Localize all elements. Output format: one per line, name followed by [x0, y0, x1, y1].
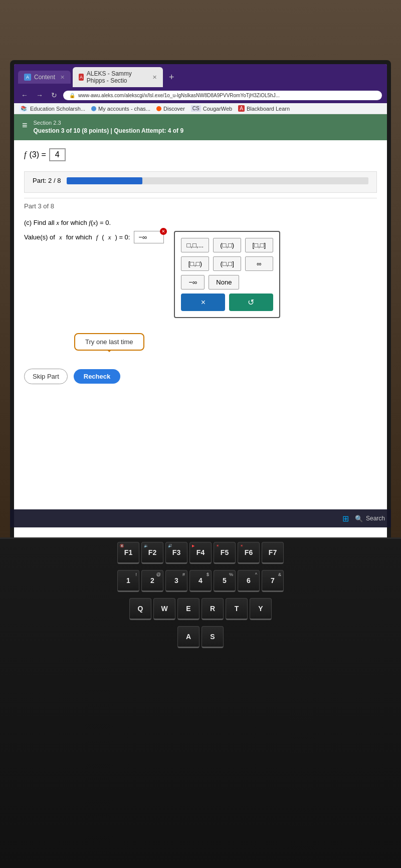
key-e[interactable]: E — [177, 598, 199, 620]
part-c-label: (c) Find all — [24, 219, 56, 226]
url-text: www-awu.aleks.com/alekscgi/x/lsl.exe/1o_… — [78, 93, 280, 98]
key-1[interactable]: ! 1 — [117, 570, 139, 592]
progress-section: Part: 2 / 8 — [24, 171, 377, 193]
interval-grid: □,□,... (□,□) [□,□] [□,□) (□,□] ∞ — [181, 238, 273, 271]
clear-button[interactable]: × — [181, 294, 225, 311]
try-again-tooltip: Try one last time — [74, 333, 144, 351]
tab-content[interactable]: A Content ✕ — [18, 71, 71, 84]
key-2[interactable]: @ 2 — [141, 570, 163, 592]
bookmark-blackboard-icon: A — [238, 105, 245, 112]
bookmark-discover-icon — [156, 106, 161, 111]
search-icon: 🔍 — [355, 515, 363, 522]
bookmark-accounts[interactable]: My accounts - chas... — [91, 106, 150, 112]
key-3-shift: # — [182, 572, 185, 577]
hamburger-menu-icon[interactable]: ≡ — [22, 119, 28, 131]
key-f4[interactable]: ▶ F4 — [189, 542, 212, 564]
bookmark-cougarweb[interactable]: CS CougarWeb — [191, 105, 232, 112]
tab-content-close[interactable]: ✕ — [60, 74, 65, 81]
back-button[interactable]: ← — [19, 90, 30, 100]
progress-label: Part: 2 / 8 — [33, 177, 61, 184]
error-badge: ✕ — [160, 228, 167, 235]
key-5[interactable]: % 5 — [214, 570, 236, 592]
key-f5-fn: ☀ — [216, 544, 219, 548]
part-c-eq2: ) = 0. — [96, 219, 111, 226]
key-1-shift: ! — [135, 572, 137, 577]
undo-button[interactable]: ↺ — [229, 294, 273, 311]
keyboard-area: 🔇 F1 🔉 F2 🔊 F3 ▶ F4 ☀ F5 ☀ F6 F7 ! — [0, 537, 401, 868]
key-y[interactable]: Y — [250, 598, 272, 620]
key-f3[interactable]: 🔊 F3 — [165, 542, 187, 564]
refresh-button[interactable]: ↻ — [49, 90, 59, 100]
key-7[interactable]: & 7 — [262, 570, 284, 592]
key-f6[interactable]: ☀ F6 — [238, 542, 260, 564]
value-x: x — [59, 233, 62, 241]
key-f4-fn: ▶ — [192, 544, 194, 548]
key-r[interactable]: R — [202, 598, 224, 620]
tab-aleks[interactable]: A ALEKS - Sammy Phipps - Sectio ✕ — [73, 67, 163, 87]
key-w[interactable]: W — [153, 598, 175, 620]
section-label: Section 2.3 — [34, 119, 184, 127]
main-content-area: f(3) = 4 Part: 2 / 8 Part 3 of 8 — [14, 140, 387, 359]
aleks-header: ≡ Section 2.3 Question 3 of 10 (8 points… — [14, 114, 387, 140]
bookmark-education-label: Education Scholarsh... — [30, 106, 85, 112]
recheck-button[interactable]: Recheck — [74, 369, 120, 384]
value-input[interactable]: −∞ — [134, 231, 164, 243]
key-4[interactable]: $ 4 — [189, 570, 212, 592]
keyboard-row-numbers: ! 1 @ 2 # 3 $ 4 % 5 ^ 6 & 7 — [0, 567, 401, 595]
key-f2[interactable]: 🔉 F2 — [141, 542, 163, 564]
key-6[interactable]: ^ 6 — [238, 570, 260, 592]
key-s[interactable]: S — [202, 626, 224, 648]
interval-btn-infinity[interactable]: ∞ — [245, 256, 273, 271]
bookmark-education[interactable]: 📚 Education Scholarsh... — [19, 105, 85, 112]
key-a[interactable]: A — [177, 626, 199, 648]
page-content: ≡ Section 2.3 Question 3 of 10 (8 points… — [14, 114, 387, 557]
bookmark-cougarweb-icon: CS — [191, 105, 201, 112]
key-5-shift: % — [229, 572, 233, 577]
key-2-shift: @ — [156, 572, 161, 577]
bookmarks-bar: 📚 Education Scholarsh... My accounts - c… — [14, 103, 387, 114]
interval-btn-closed[interactable]: [□,□] — [245, 238, 273, 252]
part-c-rest: for which — [61, 219, 89, 226]
keyboard-row-fn: 🔇 F1 🔉 F2 🔊 F3 ▶ F4 ☀ F5 ☀ F6 F7 — [0, 539, 401, 567]
bottom-actions: Skip Part Recheck — [14, 359, 387, 394]
screen-bezel: A Content ✕ A ALEKS - Sammy Phipps - Sec… — [10, 60, 391, 561]
value-eq: ( — [102, 233, 104, 241]
forward-button[interactable]: → — [34, 90, 45, 100]
security-lock-icon: 🔒 — [69, 93, 75, 98]
question-info: Question 3 of 10 (8 points) | Question A… — [34, 127, 184, 135]
interval-btn-open[interactable]: (□,□) — [213, 238, 241, 252]
interval-btn-half-open-left[interactable]: [□,□) — [181, 256, 209, 271]
taskbar: ⊞ 🔍 Search — [10, 509, 391, 527]
progress-bar-container — [67, 177, 368, 184]
part-c-text: (c) Find all x for which f(x) = 0. — [24, 219, 377, 227]
key-f7[interactable]: F7 — [262, 542, 284, 564]
interval-btn-none[interactable]: None — [209, 275, 239, 290]
url-bar[interactable]: 🔒 www-awu.aleks.com/alekscgi/x/lsl.exe/1… — [63, 91, 382, 100]
value-x2: x — [108, 233, 111, 241]
header-text: Section 2.3 Question 3 of 10 (8 points) … — [34, 119, 184, 135]
part-label: Part 3 of 8 — [24, 198, 377, 214]
interval-btn-neg-infinity[interactable]: −∞ — [181, 275, 205, 290]
windows-start-icon[interactable]: ⊞ — [342, 514, 349, 523]
taskbar-search[interactable]: 🔍 Search — [355, 515, 385, 522]
interval-btn-dotted[interactable]: □,□,... — [181, 238, 209, 252]
bookmark-blackboard[interactable]: A Blackboard Learn — [238, 105, 290, 112]
key-q[interactable]: Q — [129, 598, 151, 620]
new-tab-button[interactable]: + — [165, 70, 178, 85]
skip-part-button[interactable]: Skip Part — [24, 369, 68, 384]
action-btns: × ↺ — [181, 294, 273, 311]
value-row: Value(s) of x for which f(x) = 0: −∞ ✕ — [24, 231, 164, 243]
key-t[interactable]: T — [226, 598, 248, 620]
bookmark-discover[interactable]: Discover — [156, 106, 185, 112]
bookmark-education-icon: 📚 — [19, 105, 28, 112]
tab-content-icon: A — [24, 74, 31, 81]
tab-aleks-close[interactable]: ✕ — [152, 74, 157, 81]
key-f2-fn: 🔉 — [144, 544, 148, 548]
keyboard-row-qwerty: Q W E R T Y — [0, 595, 401, 623]
key-f5[interactable]: ☀ F5 — [214, 542, 236, 564]
interval-btn-half-open-right[interactable]: (□,□] — [213, 256, 241, 271]
bookmark-blackboard-label: Blackboard Learn — [247, 106, 290, 112]
key-3[interactable]: # 3 — [165, 570, 187, 592]
key-f1[interactable]: 🔇 F1 — [117, 542, 139, 564]
key-f3-fn: 🔊 — [168, 544, 172, 548]
